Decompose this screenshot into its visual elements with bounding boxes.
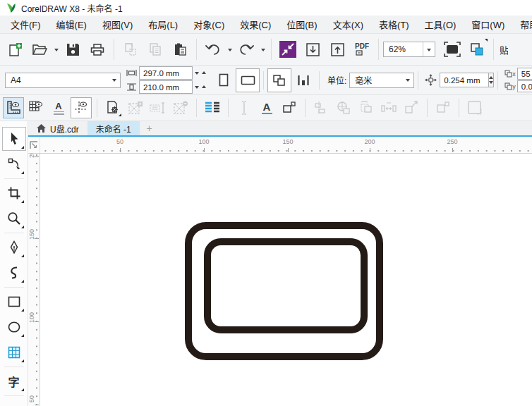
corner-frame-icon [435,100,451,116]
insert-frame-icon [128,100,143,116]
units-value: 毫米 [355,74,372,86]
tab-udisk-document[interactable]: U盘.cdr [28,121,87,135]
inner-rounded-rectangle-shape[interactable] [204,238,368,333]
page-size-dropdown-arrow[interactable] [108,73,120,87]
pen-tool[interactable] [2,235,26,259]
menu-bitmaps[interactable]: 位图(B) [279,16,325,33]
graph-paper-icon [7,345,21,359]
crop-tool[interactable] [2,181,26,205]
menu-object[interactable]: 对象(C) [186,16,232,33]
zoom-tool[interactable] [2,207,26,230]
menu-edit[interactable]: 编辑(E) [49,16,95,33]
snap-to-dropdown[interactable]: 贴齐(T) [500,43,508,56]
copy-button [143,37,167,61]
horizontal-ruler[interactable]: 50 100 150 200 250 [40,137,532,153]
print-button[interactable] [85,37,109,61]
menu-help[interactable]: 帮助(H) [512,16,532,33]
edit-text-button[interactable]: A [256,97,277,118]
show-rulers-toggle[interactable] [3,97,24,118]
duplicate-x-input[interactable]: 55 [517,68,532,80]
menu-bar: 文件(F) 编辑(E) 视图(V) 布局(L) 对象(C) 效果(C) 位图(B… [0,16,532,34]
page-settings-button[interactable] [102,97,123,118]
show-baseline-grid-toggle[interactable]: A [48,97,69,118]
toolbar-separator [319,71,320,90]
insert-text-frame-button [147,97,169,118]
paper-width-spinner[interactable] [195,69,206,77]
menu-window[interactable]: 窗口(W) [464,16,512,33]
nudge-offset-input[interactable]: 0.254 mm [440,73,489,87]
undo-button[interactable] [201,37,225,61]
flyout-indicator [21,359,24,362]
ruler-origin-button[interactable] [28,137,40,153]
menu-file[interactable]: 文件(F) [3,16,49,33]
save-button[interactable] [61,37,85,61]
menu-table[interactable]: 表格(T) [371,16,417,33]
scale-icon [404,100,419,116]
object-spacing-button[interactable] [279,97,300,118]
page-size-combobox[interactable]: A4 [5,73,121,88]
ellipse-tool[interactable] [2,315,26,339]
paper-width-input[interactable]: 297.0 mm [139,66,193,80]
show-grid-toggle[interactable] [25,97,47,118]
search-content-button[interactable] [276,37,300,61]
ruler-row: 50 100 150 200 250 [28,137,532,154]
title-bar: CorelDRAW X8 - 未命名 -1 [0,0,532,16]
paper-height-spinner[interactable] [195,83,206,91]
rotate-icon [358,100,374,116]
nudge-offset-spinner[interactable] [489,73,494,87]
undo-dropdown-arrow[interactable] [226,37,234,61]
open-dropdown-arrow[interactable] [52,37,60,61]
flyout-indicator [21,254,24,257]
rectangle-tool[interactable] [2,290,26,314]
shape-tool[interactable] [2,152,26,176]
open-button[interactable] [28,37,52,61]
menu-view[interactable]: 视图(V) [95,16,140,33]
drawing-page[interactable] [40,154,532,406]
search-content-icon [279,41,296,58]
portrait-button[interactable] [212,68,236,92]
menu-effects[interactable]: 效果(C) [232,16,279,33]
pdf-icon [356,50,368,56]
page-dimensions-group: 297.0 mm 210.0 mm [126,66,206,94]
rotate-button [356,97,377,118]
show-page-layout-button[interactable] [465,37,489,61]
landscape-button[interactable] [236,68,260,92]
units-combobox[interactable]: 毫米 [349,73,414,88]
toolbar-separator [196,99,197,117]
h-ruler-label: 250 [447,138,457,145]
paste-button[interactable] [168,37,192,61]
zoom-level-dropdown-arrow[interactable] [423,42,435,56]
new-tab-button[interactable]: + [140,121,159,135]
show-guidelines-toggle[interactable] [71,97,92,118]
rectangle-tool-icon [7,295,21,309]
menu-tools[interactable]: 工具(O) [417,16,464,33]
all-pages-button[interactable] [267,68,291,92]
units-dropdown-arrow[interactable] [401,73,413,87]
tab-untitled-document[interactable]: 未命名 -1 [87,121,140,135]
redo-button[interactable] [234,37,258,61]
flyout-indicator [21,226,24,228]
menu-layout[interactable]: 布局(L) [140,16,186,33]
remove-frame-button [170,97,191,118]
toolbox-separator [4,178,24,179]
publish-to-pdf-button[interactable]: PDF [350,37,374,61]
duplicate-y-value: 0.0 [521,82,532,91]
align-icon [313,100,329,116]
full-screen-preview-button[interactable] [440,37,464,61]
pick-tool[interactable] [2,127,26,151]
columns-button[interactable] [202,97,223,118]
freehand-curve-icon [7,266,21,280]
text-tool[interactable]: 字 [2,369,26,393]
paper-height-input[interactable]: 210.0 mm [139,80,193,94]
freehand-curve-tool[interactable] [2,261,26,285]
zoom-level-combobox[interactable]: 62% [383,42,435,57]
export-button[interactable] [325,37,349,61]
current-page-button[interactable] [291,68,315,92]
import-button[interactable] [301,37,325,61]
duplicate-y-input[interactable]: 0.0 [517,80,532,92]
menu-text[interactable]: 文本(X) [325,16,371,33]
new-document-button[interactable] [3,37,27,61]
vertical-ruler[interactable]: 200 150 100 50 [28,154,40,406]
graph-paper-tool[interactable] [2,340,26,364]
redo-dropdown-arrow[interactable] [259,37,267,61]
